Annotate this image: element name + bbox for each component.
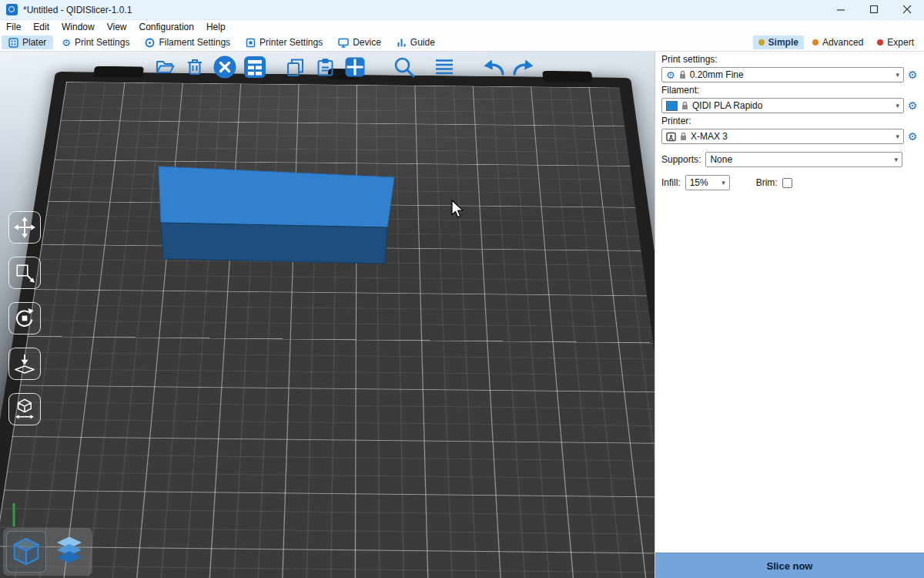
model-top-face[interactable] — [159, 166, 394, 227]
menu-file[interactable]: File — [0, 20, 27, 34]
filament-value: QIDI PLA Rapido — [692, 100, 762, 111]
close-button[interactable] — [891, 0, 924, 19]
copy-icon — [285, 57, 306, 78]
split-objects-icon — [344, 56, 366, 78]
printer-label: Printer: — [661, 116, 924, 126]
arrange-button[interactable] — [241, 53, 269, 81]
scale-button[interactable] — [8, 257, 41, 289]
split-objects-button[interactable] — [341, 53, 369, 81]
measure-button[interactable] — [8, 393, 41, 425]
printer-icon — [666, 132, 676, 142]
tab-printer-settings[interactable]: Printer Settings — [239, 35, 330, 49]
menu-help[interactable]: Help — [200, 20, 232, 34]
right-panel: Print settings: ⚙ 0.20mm Fine ▾ ⚙ Filame… — [654, 52, 924, 578]
3d-editor-view-button[interactable] — [6, 531, 46, 573]
open-file-icon — [155, 57, 176, 78]
paste-icon — [315, 57, 336, 78]
mouse-cursor — [450, 200, 465, 219]
menu-edit[interactable]: Edit — [27, 20, 55, 34]
tab-label: Filament Settings — [159, 37, 230, 48]
view-toolbar — [3, 528, 92, 576]
undo-icon — [481, 57, 506, 77]
slice-now-button[interactable]: Slice now — [655, 553, 924, 578]
menu-window[interactable]: Window — [55, 20, 101, 34]
mode-expert[interactable]: Expert — [872, 35, 919, 49]
brim-checkbox[interactable] — [782, 178, 792, 188]
delete-button[interactable] — [181, 53, 209, 81]
redo-button[interactable] — [510, 53, 537, 81]
model-object[interactable] — [0, 52, 654, 578]
preview-button[interactable] — [49, 531, 89, 573]
filament-dropdown[interactable]: QIDI PLA Rapido ▾ — [661, 98, 904, 113]
close-icon — [903, 5, 912, 14]
variable-layer-height-button[interactable] — [430, 53, 458, 81]
mode-label: Advanced — [822, 37, 863, 48]
tab-plater[interactable]: Plater — [2, 35, 53, 49]
lock-icon — [679, 70, 686, 79]
axis-indicator — [9, 502, 18, 528]
open-file-button[interactable] — [151, 53, 179, 81]
tab-bar: Plater ⚙ Print Settings Filament Setting… — [0, 34, 924, 52]
filament-gear-button[interactable]: ⚙ — [904, 100, 921, 111]
minimize-button[interactable] — [825, 0, 858, 19]
mode-simple[interactable]: Simple — [753, 35, 804, 49]
tab-guide[interactable]: Guide — [390, 35, 442, 49]
mode-switcher: Simple Advanced Expert — [753, 35, 919, 49]
printer-dropdown[interactable]: X-MAX 3 ▾ — [661, 129, 904, 144]
device-icon — [338, 38, 349, 48]
chevron-down-icon: ▾ — [896, 102, 899, 109]
tab-device[interactable]: Device — [331, 35, 388, 49]
mode-dot — [877, 39, 883, 45]
filament-label: Filament: — [661, 85, 924, 96]
viewport-3d[interactable] — [0, 52, 654, 578]
tab-label: Plater — [22, 37, 46, 48]
gear-icon: ⚙ — [666, 70, 675, 80]
menu-configuration[interactable]: Configuration — [133, 20, 200, 34]
infill-dropdown[interactable]: 15% ▾ — [685, 175, 730, 190]
tab-label: Guide — [410, 37, 435, 48]
maximize-icon — [870, 5, 879, 14]
print-settings-gear-button[interactable]: ⚙ — [904, 69, 921, 80]
search-button[interactable] — [390, 53, 418, 81]
move-icon — [13, 216, 36, 239]
menu-view[interactable]: View — [101, 20, 133, 34]
menu-bar: File Edit Window View Configuration Help — [0, 20, 924, 34]
place-on-face-button[interactable] — [8, 348, 41, 380]
chevron-down-icon: ▾ — [894, 156, 898, 163]
filament-color-swatch — [666, 101, 678, 111]
cube-icon — [8, 534, 44, 570]
supports-label: Supports: — [661, 154, 701, 165]
measure-icon — [13, 398, 36, 421]
move-button[interactable] — [8, 211, 41, 244]
chevron-down-icon: ▾ — [896, 133, 899, 140]
tab-label: Device — [353, 37, 381, 48]
printer-gear-button[interactable]: ⚙ — [904, 131, 921, 142]
print-settings-dropdown[interactable]: ⚙ 0.20mm Fine ▾ — [661, 67, 904, 82]
tab-filament-settings[interactable]: Filament Settings — [138, 35, 237, 49]
supports-dropdown[interactable]: None ▾ — [705, 152, 902, 167]
mode-advanced[interactable]: Advanced — [807, 35, 869, 49]
window-title: *Untitled - QIDISlicer-1.0.1 — [23, 5, 132, 15]
mode-dot — [812, 39, 819, 45]
tab-print-settings[interactable]: ⚙ Print Settings — [55, 35, 136, 49]
model-front-face[interactable] — [161, 223, 387, 264]
app-window: *Untitled - QIDISlicer-1.0.1 File Edit W… — [0, 0, 924, 578]
tab-label: Printer Settings — [259, 37, 323, 48]
printer-value: X-MAX 3 — [691, 131, 728, 142]
lock-icon — [681, 101, 688, 110]
window-controls — [825, 0, 924, 19]
gizmo-toolbar — [8, 211, 41, 425]
copy-button[interactable] — [281, 53, 309, 81]
guide-icon — [397, 38, 407, 48]
rotate-button[interactable] — [8, 302, 41, 334]
scale-icon — [13, 261, 36, 284]
delete-all-button[interactable] — [211, 53, 239, 81]
mode-dot — [758, 39, 765, 45]
undo-button[interactable] — [480, 53, 507, 81]
app-logo-icon — [6, 4, 18, 15]
chevron-down-icon: ▾ — [721, 180, 725, 187]
brim-label: Brim: — [756, 177, 778, 188]
maximize-button[interactable] — [858, 0, 891, 19]
paste-button[interactable] — [311, 53, 339, 81]
search-icon — [393, 55, 416, 79]
